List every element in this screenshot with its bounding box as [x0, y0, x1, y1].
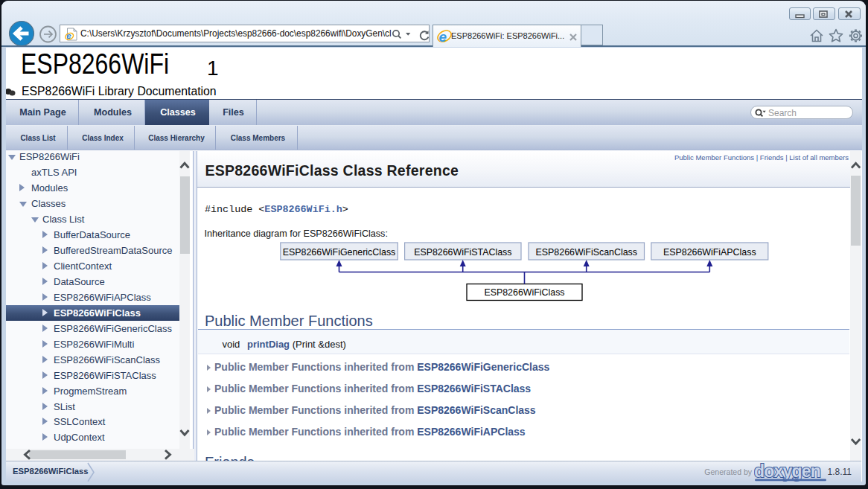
svg-text:ESP8266WiFiSTAClass: ESP8266WiFiSTAClass — [414, 247, 511, 258]
svg-text:e: e — [439, 29, 447, 45]
svg-text:ESP8266WiFiGenericClass: ESP8266WiFiGenericClass — [283, 247, 396, 258]
svg-text:e: e — [67, 31, 71, 40]
svg-text:ESP8266WiFiClass: ESP8266WiFiClass — [484, 287, 564, 298]
svg-text:ESP8266WiFiScanClass: ESP8266WiFiScanClass — [535, 247, 636, 258]
svg-text:ESP8266WiFiAPClass: ESP8266WiFiAPClass — [663, 247, 756, 258]
svg-text:doxygen: doxygen — [754, 463, 820, 481]
